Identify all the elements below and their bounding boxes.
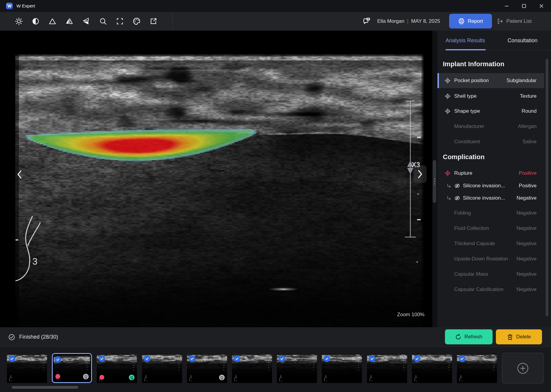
app-logo: ✦ W [6,3,13,9]
finding-label: Capsular Mass [454,271,488,277]
thumbnail-6[interactable] [232,353,272,383]
chat-icon [362,17,371,26]
finding-value: Saline [523,139,537,145]
finding-row-capsular-calcification[interactable]: Capsular CalcificationNegative [437,282,544,297]
tool-palette-button[interactable] [131,15,143,27]
tab-consultation[interactable]: Consultation [508,31,538,50]
minimize-icon [505,4,509,8]
thumbnail-1[interactable] [7,353,47,383]
brightness-icon [15,17,23,25]
meta-separator: | [407,18,408,24]
finding-row-upside-down-roatation[interactable]: Upside-Down RoatationNegative [437,251,544,266]
ultrasound-image[interactable] [15,55,423,327]
finding-row-shape-type[interactable]: Shape typeRound [437,104,544,119]
tool-flip-horizontal-button[interactable] [63,15,75,27]
eye-off-icon [454,195,460,201]
finding-label: Rupture [454,170,472,176]
patient-list-button[interactable]: Patient List [497,14,532,28]
delete-button[interactable]: Delete [496,329,542,344]
finding-label: Fluid Collection [454,225,489,231]
crosshair-icon [445,78,451,84]
finding-value: Positive [519,170,537,176]
check-circle-icon [8,334,15,340]
report-button[interactable]: Report [449,14,492,28]
active-tab-underline [446,49,486,50]
window-title: W Expert [16,3,35,8]
tool-contrast-button[interactable] [30,15,42,27]
sub-item-arrow-icon [447,196,452,200]
add-image-button[interactable] [502,353,544,384]
check-icon [145,357,149,361]
tab-analysis-results[interactable]: Analysis Results [446,31,485,50]
crosshair-icon [445,108,451,114]
finding-label: Silicone invasion... [463,183,505,189]
finding-value: Negative [517,241,537,247]
crosshair-icon [445,170,451,176]
consult-chat-button[interactable] [362,12,371,31]
selected-check-badge [369,355,375,362]
thumbnail-7[interactable] [277,353,317,383]
finding-row-thickend-capsule[interactable]: Thickend CapsuleNegative [437,236,544,251]
thumbnail-2[interactable]: Q [52,353,92,383]
next-image-button[interactable] [413,165,427,183]
finding-label: Folding [454,210,471,216]
thumbnail-11[interactable] [457,353,497,383]
finding-row-manufacturer[interactable]: ManufacturerAllergan [437,119,544,134]
tool-triangle-button[interactable] [46,15,58,27]
finished-label: Finished (28/30) [19,334,58,340]
q-badge-gray: Q [219,375,225,380]
finding-row-fluid-collection[interactable]: Fluid CollectionNegative [437,221,544,236]
check-icon [370,357,374,361]
patient-list-label: Patient List [506,18,532,24]
finding-row-pocket-position[interactable]: Pocket positionSubglandular [437,73,544,88]
sub-item-arrow-icon [447,183,452,188]
thumbnail-9[interactable] [367,353,407,383]
check-icon [100,357,104,361]
panel-resize-handle[interactable] [433,160,436,203]
thumbnail-8[interactable] [322,353,362,383]
finding-label: Shell type [454,93,477,99]
finding-value: Negative [517,210,537,216]
maximize-button[interactable] [517,0,531,12]
finding-row-capsular-mass[interactable]: Capsular MassNegative [437,267,544,282]
tool-export-button[interactable] [147,15,159,27]
sidebar-scrollbar[interactable] [546,59,548,316]
refresh-label: Refresh [464,334,482,340]
thumbnail-4[interactable] [142,353,182,383]
check-icon [10,357,14,361]
thumbnail-3[interactable]: Q [97,353,137,383]
finding-label: Upside-Down Roatation [454,256,508,262]
thumbnail-10[interactable] [412,353,452,383]
tool-fullscreen-button[interactable] [114,15,126,27]
check-icon [280,357,284,361]
finding-row-constituent[interactable]: ConstituentSaline [437,134,544,149]
report-label: Report [468,18,483,24]
check-icon [460,357,464,361]
finding-row-folding[interactable]: FoldingNegative [437,206,544,221]
status-bar: Finished (28/30) Refresh Delete [0,327,551,347]
sidebar-tabs: Analysis Results Consultation [437,31,551,50]
tool-zoom-button[interactable] [97,15,109,27]
refresh-button[interactable]: Refresh [445,329,493,344]
tool-flip-vertical-button[interactable] [80,15,92,27]
panel-divider [432,31,437,327]
contrast-icon [32,17,40,25]
crosshair-icon [445,93,451,99]
check-icon [235,357,239,361]
finding-row-shell-type[interactable]: Shell typeTexture [437,89,544,104]
toolbar-divider [172,12,173,31]
thumbnail-5[interactable]: Q [187,353,227,383]
flip-horizontal-icon [65,17,73,25]
tool-brightness-button[interactable] [13,15,25,27]
finding-row-silicone-invasion[interactable]: Silicone invasion...Negative [437,191,544,206]
thumbnail-strip: QQQ [0,347,551,392]
thumbnail-scrollbar[interactable] [12,386,78,389]
finding-value: Negative [517,195,537,201]
toolbar: Ella Morgan | MAY 8, 2025 Report Patient… [0,12,551,31]
flip-vertical-icon [82,17,90,25]
prev-image-button[interactable] [14,169,25,180]
close-button[interactable] [535,0,548,12]
minimize-button[interactable] [500,0,514,12]
finding-value: Positive [519,183,537,189]
title-bar: ✦ W W Expert [0,0,551,12]
